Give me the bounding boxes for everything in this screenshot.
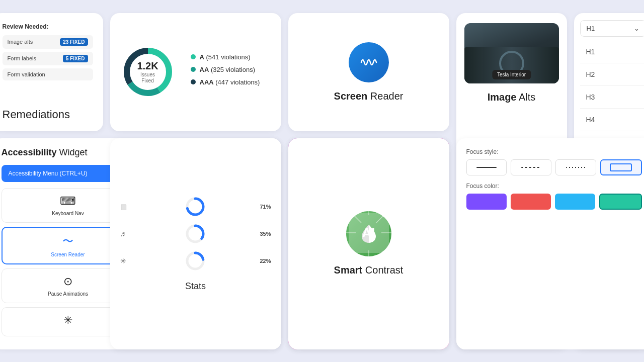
violation-item-aaa: AAA (447 violations) bbox=[191, 78, 260, 86]
outline-box bbox=[610, 163, 631, 171]
pause-icon: ⊙ bbox=[63, 275, 72, 288]
stats-rows: ▤ 71% ♬ 35% bbox=[120, 196, 271, 272]
heading-h1[interactable]: H1 bbox=[580, 41, 645, 63]
dot-aaa bbox=[191, 79, 196, 84]
heading-dropdown-label: H1 bbox=[587, 25, 595, 32]
widget-title-bold: Accessibility bbox=[2, 147, 57, 157]
dot-a bbox=[191, 54, 196, 59]
stat-icon-1: ▤ bbox=[120, 203, 131, 211]
ai-chip-wrap: AI bbox=[349, 213, 389, 253]
stat-donut-1 bbox=[136, 196, 255, 218]
image-alts-title: Image Alts bbox=[488, 92, 536, 103]
heading-h3[interactable]: H3 bbox=[580, 86, 645, 109]
stat-donut-svg-1 bbox=[184, 196, 206, 218]
brightness-icon: ✳ bbox=[63, 314, 72, 327]
stats-title: Stats bbox=[120, 281, 271, 292]
donut-center: 1.2K IssuesFixed bbox=[137, 60, 158, 84]
svg-point-7 bbox=[386, 210, 389, 213]
pause-animations-label: Pause Animations bbox=[48, 291, 88, 297]
violation-a-text: A (541 violations) bbox=[200, 53, 251, 61]
violation-item-a: A (541 violations) bbox=[191, 53, 260, 61]
svg-point-15 bbox=[399, 231, 402, 234]
violation-aaa-text: AAA (447 violations) bbox=[200, 78, 260, 86]
screen-reader-title: Screen Reader bbox=[334, 90, 404, 102]
screen-reader-bold: Screen bbox=[334, 90, 368, 102]
heading-h2[interactable]: H2 bbox=[580, 63, 645, 86]
image-bold: Image bbox=[488, 92, 517, 103]
dot-aa bbox=[191, 67, 196, 72]
focus-styles bbox=[466, 159, 642, 175]
screen-reader-card: Screen Reader bbox=[288, 13, 449, 131]
rem-badge-image-alts: 23 FIXED bbox=[60, 38, 88, 46]
review-needed-title: Review Needed: bbox=[3, 23, 93, 30]
donut-chart: 1.2K IssuesFixed bbox=[120, 44, 176, 100]
svg-point-9 bbox=[348, 210, 351, 213]
svg-point-5 bbox=[367, 201, 370, 204]
violation-item-aa: AA (325 violations) bbox=[191, 66, 260, 73]
stat-pct-1: 71% bbox=[260, 204, 271, 210]
rem-label-form-labels: Form labels bbox=[8, 55, 36, 61]
focus-color-label: Focus color: bbox=[466, 183, 642, 190]
stat-pct-3: 22% bbox=[260, 258, 271, 264]
ai-chip: AI bbox=[349, 213, 389, 253]
image-alt-tag: Tesla Interior bbox=[492, 70, 531, 79]
svg-point-11 bbox=[367, 261, 370, 264]
chevron-down-icon: ⌄ bbox=[634, 25, 639, 32]
dotted-line bbox=[566, 167, 586, 168]
stats-card: ▤ 71% ♬ 35% bbox=[110, 138, 281, 349]
stat-row-1: ▤ 71% bbox=[120, 196, 271, 218]
stat-pct-2: 35% bbox=[260, 231, 271, 237]
focus-color-orange[interactable] bbox=[511, 194, 551, 210]
violation-aa-text: AA (325 violations) bbox=[200, 66, 256, 73]
focus-colors bbox=[466, 194, 642, 210]
remediation-row-image-alts: Image alts 23 FIXED bbox=[3, 35, 93, 49]
remediation-row-form-validation: Form validation bbox=[3, 68, 93, 80]
screen-reader-icon bbox=[349, 42, 389, 82]
solid-line bbox=[476, 167, 496, 168]
stat-icon-2: ♬ bbox=[120, 230, 131, 238]
focus-card: Focus style: Focus color: bbox=[456, 138, 645, 349]
stat-donut-2 bbox=[136, 223, 255, 245]
dashed-line bbox=[521, 167, 541, 168]
stat-row-3: ✳ 22% bbox=[120, 250, 271, 272]
focus-style-dotted[interactable] bbox=[555, 159, 596, 175]
stat-donut-svg-3 bbox=[184, 250, 206, 272]
remediations-card: Review Needed: Image alts 23 FIXED Form … bbox=[0, 13, 103, 131]
svg-point-13 bbox=[336, 231, 339, 234]
focus-color-purple[interactable] bbox=[466, 194, 507, 210]
rem-badge-form-labels: 5 FIXED bbox=[63, 55, 88, 62]
remediations-title: Remediations bbox=[3, 100, 93, 121]
violations-card: 1.2K IssuesFixed A (541 violations) AA (… bbox=[110, 13, 281, 131]
waveform-icon: 〜 bbox=[62, 234, 73, 249]
stat-icon-3: ✳ bbox=[120, 257, 131, 265]
donut-subtitle: IssuesFixed bbox=[137, 72, 158, 84]
keyboard-icon: ⌨ bbox=[60, 195, 76, 208]
focus-color-teal[interactable] bbox=[599, 194, 641, 210]
ai-chip-label: AI bbox=[362, 225, 375, 241]
focus-style-dashed[interactable] bbox=[511, 159, 551, 175]
focus-color-blue[interactable] bbox=[555, 194, 595, 210]
rem-label-image-alts: Image alts bbox=[8, 39, 33, 45]
stat-donut-svg-2 bbox=[184, 223, 206, 245]
focus-style-label: Focus style: bbox=[466, 148, 642, 155]
donut-number: 1.2K bbox=[137, 60, 158, 72]
focus-style-solid[interactable] bbox=[466, 159, 507, 175]
violations-list: A (541 violations) AA (325 violations) A… bbox=[191, 53, 260, 91]
heading-dropdown[interactable]: H1 ⌄ bbox=[580, 20, 645, 37]
focus-style-outline[interactable] bbox=[600, 159, 642, 175]
car-image: Tesla Interior bbox=[464, 23, 559, 83]
keyboard-nav-label: Keyboard Nav bbox=[52, 211, 84, 216]
heading-h4[interactable]: H4 bbox=[580, 109, 645, 131]
stat-donut-3 bbox=[136, 250, 255, 272]
screen-reader-label: Screen Reader bbox=[51, 252, 85, 257]
remediation-row-form-labels: Form labels 5 FIXED bbox=[3, 52, 93, 65]
stat-row-2: ♬ 35% bbox=[120, 223, 271, 245]
waveform-svg bbox=[359, 52, 379, 72]
